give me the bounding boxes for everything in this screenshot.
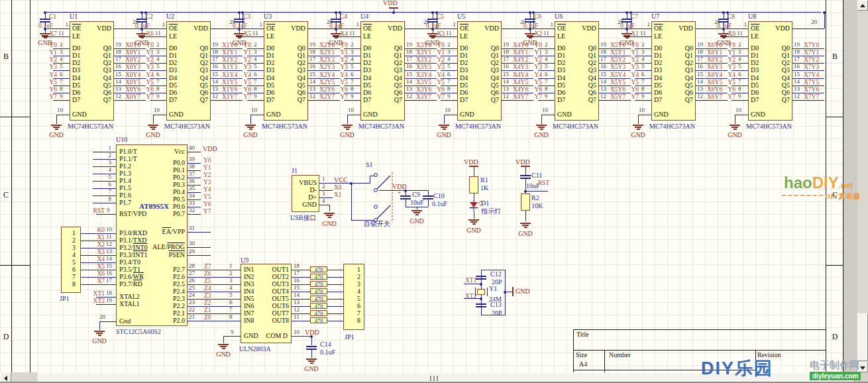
- pin-name: Gnd: [119, 318, 131, 325]
- pin-number: 7: [60, 79, 66, 85]
- cap-value: 0.1uF: [426, 23, 441, 29]
- wire: [599, 100, 631, 101]
- wire: [319, 197, 333, 198]
- pin-number: 15: [697, 72, 705, 78]
- v-scrollbar[interactable]: [857, 0, 868, 372]
- net-label: Y0: [238, 42, 251, 48]
- pin-number: 5: [351, 64, 357, 70]
- gnd-symbol: [247, 127, 254, 128]
- switch-S1[interactable]: [363, 167, 400, 225]
- pin-number: 2: [229, 270, 233, 276]
- pin-number: 18: [212, 49, 220, 55]
- v-scroll-up-button[interactable]: [857, 0, 868, 11]
- schematic-sheet[interactable]: BBCCDDVDDU1MC74HC573ANOE1GNDC10.1uFLEX71…: [0, 0, 843, 372]
- cap-designator: C12: [490, 271, 502, 278]
- net-label: Y3: [238, 64, 251, 70]
- wire: [56, 115, 57, 124]
- resistor-R2[interactable]: [521, 193, 530, 211]
- pin-number: 18: [106, 290, 112, 296]
- pin-name: D3: [72, 67, 80, 74]
- cap-designator: C13: [490, 301, 502, 308]
- pin-number: 9: [254, 93, 260, 99]
- watermark-haodiy: haoDIY.net DIY真有趣: [784, 174, 853, 192]
- pin-name: Q2: [182, 60, 208, 66]
- gnd-symbol: [536, 125, 547, 126]
- vdd-power-label: VDD: [464, 159, 478, 166]
- pin-name: D3: [266, 67, 274, 74]
- pin-name: OUT3: [250, 281, 289, 288]
- down-arrow-icon: [860, 366, 865, 370]
- resistor-470[interactable]: 470: [310, 317, 327, 323]
- v-scroll-thumb[interactable]: [857, 313, 868, 361]
- pin-number: 19: [106, 298, 112, 303]
- pin-name: D2: [72, 60, 80, 66]
- net-label: Y7: [44, 93, 57, 100]
- designator: J1: [292, 168, 298, 174]
- resistor-470[interactable]: 470: [310, 281, 327, 287]
- wire: [344, 100, 360, 101]
- vdd-power-label: VDD: [515, 159, 530, 166]
- pin-name: D2: [557, 60, 565, 66]
- wire: [347, 115, 348, 124]
- pin-name: LE: [751, 33, 759, 40]
- pin-number: 30: [189, 241, 195, 246]
- resistor-R1[interactable]: [469, 176, 478, 193]
- pin-number: 13: [600, 86, 608, 92]
- net-label: Y6: [238, 86, 251, 93]
- net-label: Y2: [44, 56, 57, 63]
- resistor-470[interactable]: 470: [310, 288, 327, 294]
- designator: U4: [360, 13, 368, 20]
- pin-name: ALE/PROG: [132, 244, 185, 250]
- net-label: X0: [334, 184, 342, 191]
- pin-number: 6: [545, 72, 551, 78]
- watermark-hao-text: hao: [784, 174, 812, 192]
- net-label: Y5: [431, 79, 445, 85]
- pin-name: Q4: [279, 75, 305, 82]
- pin-number: 19: [115, 42, 123, 48]
- net-label: Y5: [44, 79, 57, 85]
- pin-number: 22: [189, 307, 195, 313]
- net-label: X7Y3: [804, 64, 819, 70]
- pin-number: 12: [294, 307, 303, 313]
- cap-value: 0.1uF: [620, 23, 635, 29]
- pin-name: Q3: [376, 67, 402, 74]
- resistor-470[interactable]: 470: [310, 310, 327, 316]
- wire: [351, 184, 352, 220]
- resistor-470[interactable]: 470: [310, 296, 327, 301]
- wire: [188, 152, 201, 152]
- pin-name: OUT6: [250, 303, 289, 309]
- pin-number: 10: [57, 107, 63, 113]
- pin-number: 19: [309, 42, 317, 48]
- pin-name: D6: [72, 89, 80, 96]
- pin-name: Q1: [182, 52, 208, 59]
- cap-designator: C1: [49, 13, 56, 20]
- resistor-470[interactable]: 470: [310, 274, 327, 280]
- pin-number: 1: [322, 176, 325, 182]
- pin-name: D6: [169, 89, 177, 96]
- wire: [99, 321, 116, 322]
- pin-number: 2: [156, 42, 163, 48]
- net-label: Y7: [431, 93, 445, 100]
- crystal-Y1[interactable]: [477, 289, 485, 295]
- net-label: Y6: [44, 86, 57, 93]
- net-label: X3Y4: [416, 72, 431, 78]
- pin-number: 14: [309, 79, 317, 85]
- gnd-symbol: [310, 362, 313, 364]
- pin-number: 38: [189, 164, 195, 170]
- wire: [370, 176, 374, 176]
- pin-name: OE: [169, 25, 178, 32]
- gnd-label: GND: [405, 218, 429, 225]
- gnd-symbol: [238, 37, 241, 38]
- pin-number: 8: [641, 86, 648, 92]
- net-label: X2: [91, 241, 105, 248]
- pin-name: Q5: [472, 82, 499, 89]
- net-label: Y4: [140, 72, 154, 78]
- resistor-470[interactable]: 470: [310, 266, 327, 272]
- pin-name: Q5: [376, 82, 402, 89]
- pin-number: 35: [189, 186, 195, 192]
- net-label: X5Y3: [610, 64, 625, 70]
- pin-name: D2: [654, 60, 662, 66]
- pin-name: D1: [72, 52, 80, 59]
- resistor-470[interactable]: 470: [310, 303, 327, 309]
- net-label: Z1: [204, 307, 217, 313]
